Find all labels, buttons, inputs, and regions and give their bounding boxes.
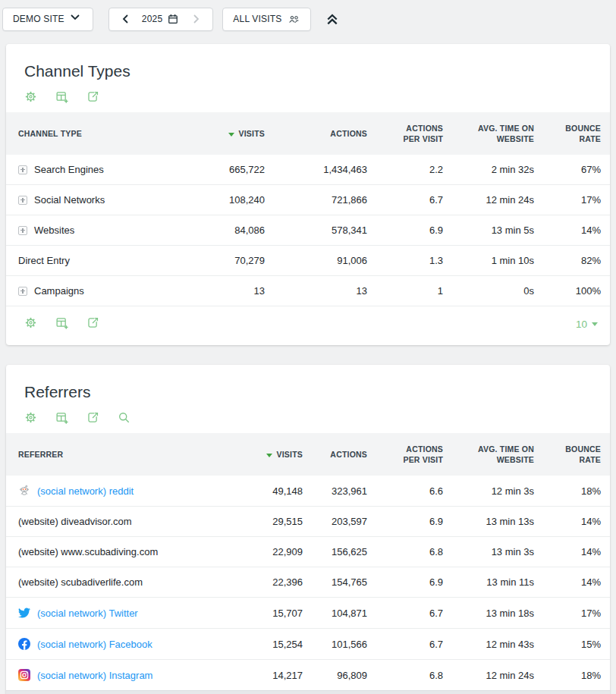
actions-per-visit-value: 6.9: [367, 567, 443, 598]
bounce-rate-value: 18%: [534, 660, 610, 691]
table-row: Search Engines 665,722 1,434,463 2.2 2 m…: [6, 155, 610, 185]
row-label[interactable]: Search Engines: [34, 164, 104, 175]
visits-value: 108,240: [174, 185, 265, 215]
settings-icon[interactable]: [24, 90, 37, 103]
column-header-channel-type[interactable]: CHANNEL TYPE: [6, 112, 174, 155]
referrer-link[interactable]: (social network) Facebook: [37, 639, 152, 650]
bounce-rate-value: 14%: [534, 507, 610, 537]
referrer-link[interactable]: (social network) reddit: [37, 485, 134, 497]
referrer-link[interactable]: (social network) Twitter: [37, 608, 138, 619]
visits-value: 665,722: [174, 155, 265, 185]
referrer-link[interactable]: (social network) Instagram: [37, 670, 152, 681]
search-icon[interactable]: [118, 411, 130, 424]
row-limit-selector[interactable]: 10: [576, 319, 598, 330]
site-selector-button[interactable]: DEMO SITE: [2, 8, 93, 31]
actions-value: 91,006: [265, 246, 367, 276]
actions-per-visit-value: 6.8: [367, 660, 443, 691]
date-picker-button[interactable]: 2025: [134, 14, 188, 24]
column-header-avg-time[interactable]: AVG. TIME ONWEBSITE: [443, 112, 534, 155]
row-label[interactable]: Social Networks: [34, 194, 105, 206]
top-control-bar: DEMO SITE 2025 ALL VISITS: [0, 0, 616, 33]
expand-subtable-icon[interactable]: [18, 165, 27, 174]
column-header-avg-time[interactable]: AVG. TIME ONWEBSITE: [443, 433, 534, 476]
avg-time-value: 13 min 5s: [443, 215, 534, 246]
avg-time-value: 12 min 3s: [443, 476, 534, 507]
export-icon[interactable]: [86, 316, 99, 332]
table-row: (website) www.scubadiving.com 22,909 156…: [6, 537, 610, 567]
expand-subtable-icon[interactable]: [18, 226, 27, 235]
expand-subtable-icon[interactable]: [18, 196, 27, 205]
row-label: (website) scubadiverlife.com: [18, 576, 143, 588]
sort-descending-icon: [266, 454, 272, 457]
table-row: Websites 84,086 578,341 6.9 13 min 5s 14…: [6, 215, 610, 246]
table-header-row: CHANNEL TYPE VISITS ACTIONS ACTIONSPER V…: [6, 112, 610, 155]
table-row: (social network) Facebook 15,254 101,566…: [6, 629, 610, 660]
column-header-referrer[interactable]: REFERRER: [6, 433, 227, 476]
clipped-next-row: [6, 690, 610, 694]
row-label[interactable]: Websites: [34, 225, 74, 236]
row-label: Direct Entry: [18, 255, 70, 266]
table-row: (social network) Instagram 14,217 96,809…: [6, 660, 610, 691]
settings-icon[interactable]: [24, 316, 37, 332]
visits-value: 22,909: [227, 537, 303, 567]
visits-value: 14,217: [227, 660, 303, 691]
widget-footer: 10: [6, 306, 610, 345]
visits-value: 70,279: [174, 246, 265, 276]
table-row: Campaigns 13 13 1 0s 100%: [6, 276, 610, 306]
column-header-actions[interactable]: ACTIONS: [303, 433, 367, 476]
actions-per-visit-value: 1: [367, 276, 443, 306]
column-header-bounce-rate[interactable]: BOUNCERATE: [534, 112, 610, 155]
pivot-table-icon[interactable]: [55, 90, 68, 103]
next-period-button[interactable]: [187, 8, 206, 30]
column-header-actions-per-visit[interactable]: ACTIONSPER VISIT: [367, 112, 443, 155]
bounce-rate-value: 15%: [534, 629, 610, 660]
table-header-row: REFERRER VISITS ACTIONS ACTIONSPER VISIT…: [6, 433, 610, 476]
actions-value: 13: [265, 276, 367, 306]
table-row: Direct Entry 70,279 91,006 1.3 1 min 10s…: [6, 246, 610, 276]
expand-subtable-icon[interactable]: [18, 287, 27, 296]
referrers-table: REFERRER VISITS ACTIONS ACTIONSPER VISIT…: [6, 433, 610, 690]
bounce-rate-value: 14%: [534, 567, 610, 598]
date-picker-label: 2025: [142, 14, 163, 24]
actions-per-visit-value: 2.2: [367, 155, 443, 185]
visits-value: 49,148: [227, 476, 303, 507]
column-header-visits[interactable]: VISITS: [174, 112, 265, 155]
segment-selector-button[interactable]: ALL VISITS: [222, 8, 310, 31]
row-label[interactable]: Campaigns: [34, 285, 84, 297]
people-icon: [288, 14, 300, 24]
column-header-bounce-rate[interactable]: BOUNCERATE: [534, 433, 610, 476]
settings-icon[interactable]: [24, 411, 37, 424]
previous-period-button[interactable]: [116, 8, 134, 30]
instagram-icon: [18, 669, 30, 681]
avg-time-value: 13 min 3s: [443, 537, 534, 567]
column-header-visits[interactable]: VISITS: [227, 433, 303, 476]
row-label: (website) diveadvisor.com: [18, 516, 132, 527]
column-header-actions[interactable]: ACTIONS: [265, 112, 367, 155]
bounce-rate-value: 14%: [534, 537, 610, 567]
avg-time-value: 0s: [443, 276, 534, 306]
actions-per-visit-value: 6.7: [367, 629, 443, 660]
widget-toolbar: [6, 401, 610, 433]
actions-per-visit-value: 6.8: [367, 537, 443, 567]
pivot-table-icon[interactable]: [55, 316, 68, 332]
table-row: (social network) Twitter 15,707 104,871 …: [6, 598, 610, 629]
visits-value: 84,086: [174, 215, 265, 246]
visits-value: 29,515: [227, 507, 303, 537]
actions-value: 578,341: [265, 215, 367, 246]
pivot-table-icon[interactable]: [55, 411, 68, 424]
date-range-picker: 2025: [108, 8, 214, 31]
export-icon[interactable]: [86, 90, 99, 103]
avg-time-value: 12 min 24s: [443, 660, 534, 691]
actions-value: 323,961: [303, 476, 367, 507]
visits-value: 22,396: [227, 567, 303, 598]
column-header-actions-per-visit[interactable]: ACTIONSPER VISIT: [367, 433, 443, 476]
chevron-left-icon: [122, 14, 128, 24]
site-selector-label: DEMO SITE: [13, 14, 64, 24]
export-icon[interactable]: [86, 411, 99, 424]
bounce-rate-value: 67%: [534, 155, 610, 185]
collapse-toolbar-button[interactable]: [323, 10, 341, 28]
bounce-rate-value: 82%: [534, 246, 610, 276]
row-label: (website) www.scubadiving.com: [18, 546, 158, 557]
bounce-rate-value: 17%: [534, 185, 610, 215]
sort-descending-icon: [228, 133, 234, 137]
